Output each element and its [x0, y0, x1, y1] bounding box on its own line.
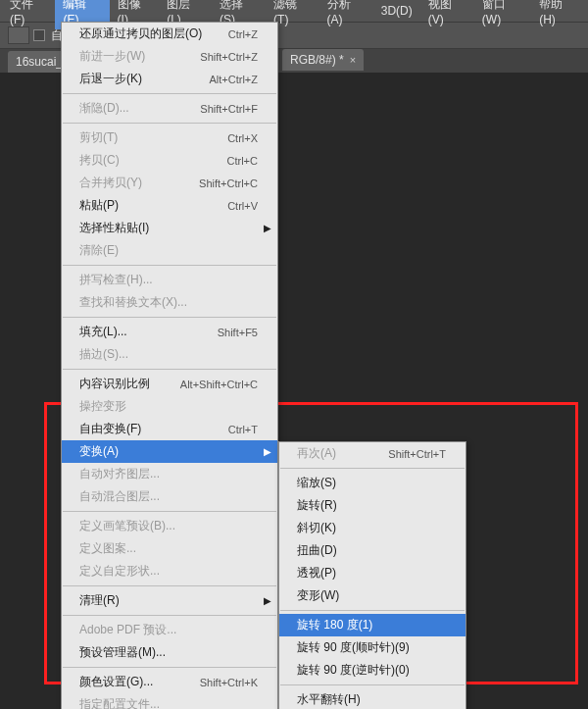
label: 自动混合图层...	[79, 488, 160, 505]
menubar-item-7[interactable]: 3D(D)	[373, 1, 420, 21]
label: 内容识别比例	[79, 376, 150, 392]
edit-item-23: 自动对齐图层...	[62, 463, 277, 485]
edit-item-19[interactable]: 内容识别比例Alt+Shift+Ctrl+C	[62, 373, 277, 395]
transform-item-7[interactable]: 变形(W)	[279, 584, 466, 607]
shortcut: Shift+Ctrl+F	[200, 103, 258, 115]
close-icon[interactable]: ×	[350, 54, 356, 66]
label: 再次(A)	[297, 445, 336, 462]
menubar-item-10[interactable]: 帮助(H)	[531, 0, 586, 29]
edit-item-26: 定义画笔预设(B)...	[62, 515, 277, 537]
menubar-item-9[interactable]: 窗口(W)	[474, 0, 531, 29]
shortcut: Ctrl+T	[228, 424, 258, 435]
menubar-item-6[interactable]: 分析(A)	[319, 0, 373, 29]
edit-item-16[interactable]: 填充(L)...Shift+F5	[62, 321, 277, 343]
shortcut: Ctrl+V	[227, 200, 258, 212]
shortcut: Shift+Ctrl+T	[388, 448, 446, 460]
edit-item-6: 剪切(T)Ctrl+X	[62, 127, 277, 149]
label: 操控变形	[79, 398, 126, 415]
separator	[63, 93, 276, 94]
label: 扭曲(D)	[297, 542, 337, 559]
label: 水平翻转(H)	[297, 691, 361, 708]
edit-item-35[interactable]: 颜色设置(G)...Shift+Ctrl+K	[62, 671, 277, 693]
transform-item-4[interactable]: 斜切(K)	[279, 517, 466, 539]
separator	[63, 585, 276, 586]
shortcut: Alt+Ctrl+Z	[209, 74, 258, 85]
auto-checkbox[interactable]	[33, 29, 45, 41]
transform-submenu: 再次(A)Shift+Ctrl+T缩放(S)旋转(R)斜切(K)扭曲(D)透视(…	[278, 441, 466, 709]
edit-item-22[interactable]: 变换(A)▶	[62, 440, 277, 463]
transform-item-10[interactable]: 旋转 90 度(顺时针)(9)	[279, 636, 466, 659]
edit-item-7: 拷贝(C)Ctrl+C	[62, 149, 277, 172]
edit-item-27: 定义图案...	[62, 537, 277, 560]
label: 合并拷贝(Y)	[79, 175, 142, 191]
separator	[63, 615, 276, 616]
label: 变换(A)	[79, 443, 119, 460]
label: 旋转 90 度(顺时针)(9)	[297, 639, 410, 656]
edit-item-33[interactable]: 预设管理器(M)...	[62, 641, 277, 664]
separator	[63, 123, 276, 124]
separator	[63, 265, 276, 266]
edit-item-32: Adobe PDF 预设...	[62, 619, 277, 641]
tool-preset-icon[interactable]	[8, 26, 29, 44]
submenu-arrow-icon: ▶	[264, 595, 271, 606]
label: 旋转(R)	[297, 497, 337, 514]
label: 斜切(K)	[297, 520, 336, 536]
menubar-item-8[interactable]: 视图(V)	[420, 0, 474, 29]
label: 旋转 180 度(1)	[297, 617, 372, 633]
shortcut: Alt+Shift+Ctrl+C	[180, 379, 258, 390]
separator	[280, 468, 465, 469]
label: 清理(R)	[79, 592, 120, 609]
edit-item-11: 清除(E)	[62, 239, 277, 262]
label: 自动对齐图层...	[79, 466, 160, 482]
label: 粘贴(P)	[79, 197, 119, 214]
label: 还原通过拷贝的图层(O)	[79, 25, 202, 42]
edit-item-1: 前进一步(W)Shift+Ctrl+Z	[62, 45, 277, 68]
transform-item-5[interactable]: 扭曲(D)	[279, 539, 466, 562]
submenu-arrow-icon: ▶	[264, 446, 271, 457]
shortcut: Shift+Ctrl+K	[200, 677, 258, 688]
label: 剪切(T)	[79, 129, 118, 146]
label: 拼写检查(H)...	[79, 272, 153, 288]
shortcut: Ctrl+Z	[228, 28, 258, 40]
shortcut: Shift+Ctrl+Z	[200, 51, 258, 63]
edit-item-10[interactable]: 选择性粘贴(I)▶	[62, 217, 277, 239]
separator	[280, 610, 465, 611]
label: 颜色设置(G)...	[79, 674, 153, 690]
separator	[280, 684, 465, 685]
separator	[63, 317, 276, 318]
edit-item-13: 拼写检查(H)...	[62, 269, 277, 291]
transform-item-9[interactable]: 旋转 180 度(1)	[279, 614, 466, 636]
edit-item-28: 定义自定形状...	[62, 560, 277, 582]
edit-item-21[interactable]: 自由变换(F)Ctrl+T	[62, 418, 277, 440]
label: 前进一步(W)	[79, 48, 145, 65]
edit-item-17: 描边(S)...	[62, 343, 277, 366]
document-tab-2[interactable]: RGB/8#) * ×	[282, 49, 364, 71]
edit-item-14: 查找和替换文本(X)...	[62, 291, 277, 314]
separator	[63, 511, 276, 512]
label: 填充(L)...	[79, 324, 127, 340]
edit-item-2[interactable]: 后退一步(K)Alt+Ctrl+Z	[62, 68, 277, 90]
label: 渐隐(D)...	[79, 100, 129, 117]
label: 拷贝(C)	[79, 152, 120, 169]
transform-item-13[interactable]: 水平翻转(H)	[279, 688, 466, 709]
label: 定义图案...	[79, 540, 136, 557]
label: 定义画笔预设(B)...	[79, 518, 175, 534]
edit-item-8: 合并拷贝(Y)Shift+Ctrl+C	[62, 172, 277, 194]
label: 透视(P)	[297, 565, 336, 582]
edit-item-0[interactable]: 还原通过拷贝的图层(O)Ctrl+Z	[62, 23, 277, 45]
separator	[63, 369, 276, 370]
transform-item-6[interactable]: 透视(P)	[279, 562, 466, 584]
transform-item-11[interactable]: 旋转 90 度(逆时针)(0)	[279, 659, 466, 682]
menubar-item-0[interactable]: 文件(F)	[2, 0, 55, 29]
label: 描边(S)...	[79, 346, 128, 363]
shortcut: Shift+F5	[218, 327, 258, 338]
shortcut: Ctrl+C	[227, 155, 258, 167]
transform-item-3[interactable]: 旋转(R)	[279, 494, 466, 517]
edit-item-36: 指定配置文件...	[62, 693, 277, 709]
label: 预设管理器(M)...	[79, 644, 166, 661]
edit-item-9[interactable]: 粘贴(P)Ctrl+V	[62, 194, 277, 217]
menubar: 文件(F)编辑(E)图像(I)图层(L)选择(S)滤镜(T)分析(A)3D(D)…	[0, 0, 588, 22]
label: 指定配置文件...	[79, 696, 160, 709]
edit-item-30[interactable]: 清理(R)▶	[62, 589, 277, 612]
transform-item-2[interactable]: 缩放(S)	[279, 472, 466, 494]
